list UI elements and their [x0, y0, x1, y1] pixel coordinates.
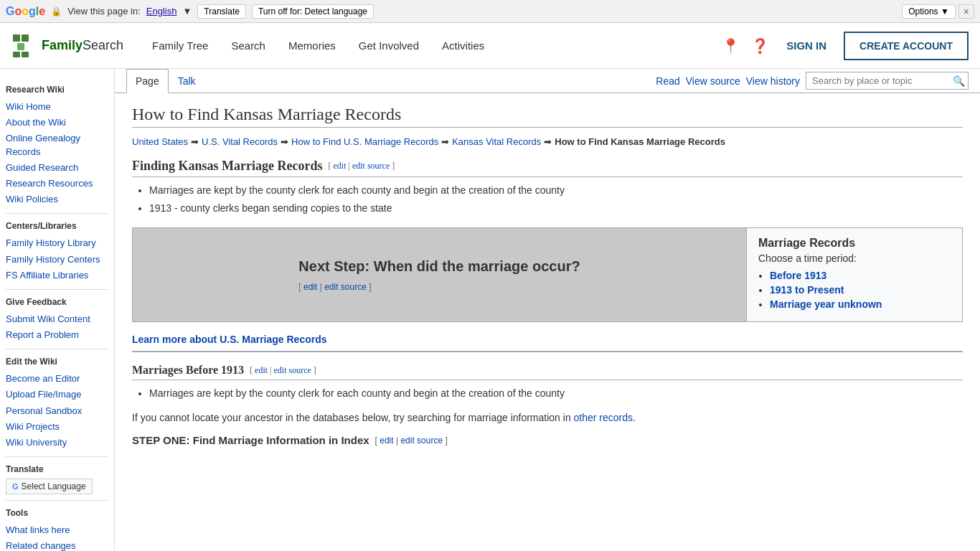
info-box-next-step-text: Next Step: When did the marriage occur? — [298, 258, 580, 275]
nav-activities[interactable]: Activities — [430, 23, 496, 69]
sidebar-item-related-changes[interactable]: Related changes — [6, 538, 108, 551]
options-button[interactable]: Options ▼ — [902, 4, 956, 19]
sidebar-item-become-editor[interactable]: Become an Editor — [6, 371, 108, 387]
list-item: Before 1913 — [770, 270, 951, 281]
info-box-edit-links: [ edit | edit source ] — [298, 281, 580, 292]
marriages-before-edit-source-link[interactable]: edit source — [274, 365, 311, 375]
sidebar-item-upload-file[interactable]: Upload File/Image — [6, 387, 108, 402]
before-1913-link[interactable]: Before 1913 — [770, 270, 826, 281]
marriages-before-edit-link[interactable]: edit — [255, 365, 268, 375]
svg-rect-2 — [17, 43, 24, 50]
info-box-left-content: Next Step: When did the marriage occur? … — [298, 258, 580, 292]
header-right: 📍 ❓ SIGN IN CREATE ACCOUNT — [722, 32, 969, 60]
sidebar-item-wiki-university[interactable]: Wiki University — [6, 435, 108, 451]
info-box-left: Next Step: When did the marriage occur? … — [133, 228, 747, 321]
breadcrumb-current: How to Find Kansas Marriage Records — [555, 136, 725, 147]
marriage-year-unknown-link[interactable]: Marriage year unknown — [770, 298, 882, 310]
create-account-button[interactable]: CREATE ACCOUNT — [844, 32, 969, 60]
tab-talk[interactable]: Talk — [169, 69, 205, 93]
info-box-title: Marriage Records — [758, 237, 951, 250]
sidebar-item-wiki-projects[interactable]: Wiki Projects — [6, 419, 108, 435]
breadcrumb-kansas-vital-records[interactable]: Kansas Vital Records — [452, 136, 541, 147]
tab-page[interactable]: Page — [126, 69, 169, 93]
logo-text: FamilySearch — [42, 38, 123, 53]
marriages-before-heading: Marriages Before 1913 [ edit | edit sour… — [132, 364, 963, 380]
sign-in-button[interactable]: SIGN IN — [781, 39, 832, 52]
other-records-link[interactable]: other records — [574, 412, 633, 423]
svg-rect-4 — [22, 52, 29, 57]
sidebar-item-personal-sandbox[interactable]: Personal Sandbox — [6, 403, 108, 419]
learn-more-link[interactable]: Learn more about U.S. Marriage Records — [132, 334, 963, 352]
sidebar-item-family-history-library[interactable]: Family History Library — [6, 235, 108, 251]
lock-icon: 🔒 — [51, 6, 62, 17]
finding-edit-link[interactable]: edit — [334, 161, 347, 171]
sidebar-section-title-centers: Centers/Libraries — [6, 221, 108, 231]
infobox-edit-source-link[interactable]: edit source — [324, 282, 367, 292]
1913-present-link[interactable]: 1913 to Present — [770, 284, 844, 296]
main-nav: Family Tree Search Memories Get Involved… — [141, 23, 496, 69]
sidebar-item-report-problem[interactable]: Report a Problem — [6, 327, 108, 343]
step-one-edit-links: [ edit | edit source ] — [375, 435, 448, 446]
finding-section-heading: Finding Kansas Marriage Records [ edit |… — [132, 159, 963, 177]
list-item: Marriages are kept by the county clerk f… — [149, 183, 963, 198]
breadcrumb-arrow-2: ➡ — [281, 136, 288, 147]
step-one-edit-link[interactable]: edit — [380, 435, 393, 446]
nav-memories[interactable]: Memories — [277, 23, 347, 69]
step-one-heading: STEP ONE: Find Marriage Information in I… — [132, 434, 963, 446]
finding-edit-source-link[interactable]: edit source — [352, 161, 390, 171]
locate-text2: . — [633, 412, 636, 423]
infobox-edit-link[interactable]: edit — [303, 282, 317, 292]
info-box: Next Step: When did the marriage occur? … — [132, 227, 963, 322]
page-layout: Research Wiki Wiki Home About the Wiki O… — [0, 69, 980, 551]
sidebar-section-feedback: Give Feedback Submit Wiki Content Report… — [6, 297, 108, 343]
sidebar-item-guided-research[interactable]: Guided Research — [6, 160, 108, 176]
sidebar-section-centers: Centers/Libraries Family History Library… — [6, 221, 108, 283]
nav-search[interactable]: Search — [220, 23, 277, 69]
sidebar-section-research-wiki: Research Wiki Wiki Home About the Wiki O… — [6, 85, 108, 207]
breadcrumb-us-marriage-records[interactable]: How to Find U.S. Marriage Records — [291, 136, 438, 147]
select-language-button[interactable]: G Select Language — [6, 479, 93, 494]
tab-read[interactable]: Read — [656, 75, 679, 87]
breadcrumb-arrow-4: ➡ — [544, 136, 552, 147]
translate-button[interactable]: Translate — [197, 4, 246, 19]
breadcrumb-us-vital-records[interactable]: U.S. Vital Records — [202, 136, 278, 147]
sidebar-item-wiki-policies[interactable]: Wiki Policies — [6, 192, 108, 207]
svg-rect-1 — [22, 34, 29, 42]
locate-text-paragraph: If you cannot locate your ancestor in th… — [132, 410, 963, 425]
step-one-edit-source-link[interactable]: edit source — [400, 435, 443, 446]
google-logo: Google — [6, 5, 45, 18]
language-link[interactable]: English — [146, 6, 177, 17]
location-icon[interactable]: 📍 — [722, 37, 740, 55]
sidebar-item-submit-wiki[interactable]: Submit Wiki Content — [6, 311, 108, 327]
sidebar-item-research-resources[interactable]: Research Resources — [6, 176, 108, 192]
wiki-search-button[interactable]: 🔍 — [953, 75, 965, 87]
step-one-text: STEP ONE: Find Marriage Information in I… — [132, 434, 369, 446]
sidebar-section-title-edit: Edit the Wiki — [6, 357, 108, 367]
site-logo[interactable]: FamilySearch — [11, 33, 123, 59]
breadcrumb-arrow-3: ➡ — [441, 136, 449, 147]
turnoff-button[interactable]: Turn off for: Detect language — [252, 4, 374, 19]
nav-family-tree[interactable]: Family Tree — [141, 23, 220, 69]
sidebar-item-fs-affiliate[interactable]: FS Affiliate Libraries — [6, 268, 108, 283]
sidebar-section-tools: Tools What links here Related changes — [6, 508, 108, 551]
finding-heading-text: Finding Kansas Marriage Records — [132, 159, 323, 174]
infobox-edit-links: [ edit | edit source ] — [298, 282, 371, 292]
view-page-text: View this page in: — [67, 6, 141, 17]
breadcrumb-united-states[interactable]: United States — [132, 136, 188, 147]
sidebar-section-title-feedback: Give Feedback — [6, 297, 108, 307]
tab-view-source[interactable]: View source — [686, 75, 740, 87]
nav-get-involved[interactable]: Get Involved — [347, 23, 430, 69]
sidebar-section-translate: Translate G Select Language — [6, 464, 108, 494]
close-translate-button[interactable]: × — [958, 4, 974, 19]
help-icon[interactable]: ❓ — [751, 37, 769, 55]
svg-rect-3 — [13, 52, 20, 57]
wiki-search-input[interactable] — [809, 74, 953, 88]
sidebar-item-wiki-home[interactable]: Wiki Home — [6, 99, 108, 115]
wiki-search-box: 🔍 — [806, 72, 969, 90]
sidebar-item-online-genealogy[interactable]: Online Genealogy Records — [6, 131, 108, 159]
sidebar-item-family-history-centers[interactable]: Family History Centers — [6, 252, 108, 268]
list-item: Marriage year unknown — [770, 298, 951, 310]
sidebar-item-what-links-here[interactable]: What links here — [6, 522, 108, 538]
tab-view-history[interactable]: View history — [746, 75, 800, 87]
sidebar-item-about-wiki[interactable]: About the Wiki — [6, 115, 108, 131]
